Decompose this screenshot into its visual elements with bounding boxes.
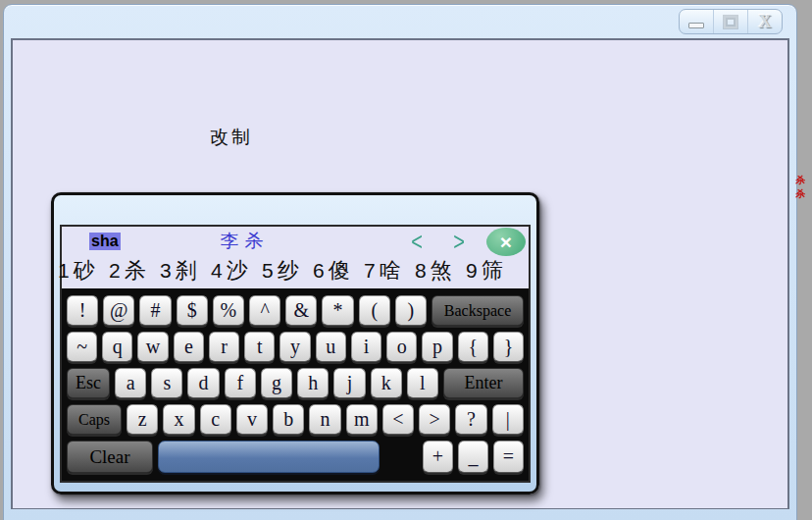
document-text: 改制 xyxy=(210,125,253,150)
candidate-4[interactable]: 4沙 xyxy=(211,256,262,286)
space-key[interactable] xyxy=(158,441,380,473)
maximize-button[interactable] xyxy=(714,10,748,33)
keyboard-row-1: ! @ # $ % ^ & * ( ) Backspace xyxy=(67,295,524,326)
key-tilde[interactable]: ~ xyxy=(67,332,97,362)
ime-popup: sha 李杀 < > × 1砂 2杀 3刹 4沙 5纱 6傻 7啥 8煞 xyxy=(51,192,539,494)
key-e[interactable]: e xyxy=(174,332,204,362)
key-n[interactable]: n xyxy=(309,404,340,435)
key-d[interactable]: d xyxy=(187,368,219,398)
candidate-panel: sha 李杀 < > × 1砂 2杀 3刹 4沙 5纱 6傻 7啥 8煞 xyxy=(62,227,529,288)
candidate-5[interactable]: 5纱 xyxy=(262,256,313,286)
key-z[interactable]: z xyxy=(127,404,158,435)
key-b[interactable]: b xyxy=(273,404,304,435)
key-v[interactable]: v xyxy=(236,404,268,435)
key-c[interactable]: c xyxy=(200,404,231,435)
candidate-3[interactable]: 3刹 xyxy=(160,256,211,286)
key-backspace[interactable]: Backspace xyxy=(431,295,524,326)
candidate-2[interactable]: 2杀 xyxy=(109,256,160,286)
key-plus[interactable]: + xyxy=(423,441,453,473)
key-l[interactable]: l xyxy=(407,368,438,398)
key-f[interactable]: f xyxy=(225,368,256,398)
ime-close-button[interactable]: × xyxy=(486,228,526,256)
key-w[interactable]: w xyxy=(137,332,168,362)
minimize-button[interactable] xyxy=(680,10,714,33)
virtual-keyboard: ! @ # $ % ^ & * ( ) Backspace ~ q w e xyxy=(62,288,529,481)
desktop: X 改制 杀杀 sha 李杀 < > × 1砂 xyxy=(0,0,812,520)
key-caret[interactable]: ^ xyxy=(249,295,280,326)
composition-bar: sha 李杀 < > × xyxy=(62,229,529,254)
candidate-8[interactable]: 8煞 xyxy=(415,256,466,286)
key-at[interactable]: @ xyxy=(103,295,134,326)
ime-panel: sha 李杀 < > × 1砂 2杀 3刹 4沙 5纱 6傻 7啥 8煞 xyxy=(60,225,531,483)
key-j[interactable]: j xyxy=(333,368,365,398)
maximize-icon xyxy=(724,16,737,28)
key-p[interactable]: p xyxy=(422,332,452,362)
key-g[interactable]: g xyxy=(261,368,292,398)
red-edge-artifact: 杀杀 xyxy=(795,174,808,205)
key-enter[interactable]: Enter xyxy=(443,368,524,398)
key-u[interactable]: u xyxy=(316,332,346,362)
close-icon: X xyxy=(759,12,772,32)
key-equals[interactable]: = xyxy=(493,441,524,473)
key-paren-left[interactable]: ( xyxy=(359,295,390,326)
key-i[interactable]: i xyxy=(351,332,381,362)
key-esc[interactable]: Esc xyxy=(67,368,110,398)
keyboard-row-5: Clear + _ = xyxy=(67,441,524,473)
key-underscore[interactable]: _ xyxy=(458,441,488,473)
candidate-9[interactable]: 9筛 xyxy=(466,256,517,286)
keyboard-row-4: Caps z x c v b n m < > ? | xyxy=(67,404,524,435)
key-t[interactable]: t xyxy=(244,332,275,362)
key-s[interactable]: s xyxy=(151,368,182,398)
key-greater-than[interactable]: > xyxy=(419,404,450,435)
key-q[interactable]: q xyxy=(102,332,132,362)
key-dollar[interactable]: $ xyxy=(177,295,208,326)
key-less-than[interactable]: < xyxy=(382,404,414,435)
key-exclamation[interactable]: ! xyxy=(67,295,98,326)
candidate-1[interactable]: 1砂 xyxy=(58,256,109,286)
prev-page-arrow[interactable]: < xyxy=(412,227,424,256)
key-ampersand[interactable]: & xyxy=(285,295,317,326)
next-page-arrow[interactable]: > xyxy=(453,227,465,256)
composition-input[interactable]: sha xyxy=(89,233,121,250)
candidate-7[interactable]: 7啥 xyxy=(364,256,415,286)
key-caps[interactable]: Caps xyxy=(67,404,122,435)
key-h[interactable]: h xyxy=(297,368,329,398)
key-percent[interactable]: % xyxy=(213,295,244,326)
key-asterisk[interactable]: * xyxy=(322,295,353,326)
key-r[interactable]: r xyxy=(209,332,239,362)
keyboard-row-2: ~ q w e r t y u i o p { } xyxy=(67,332,524,362)
key-a[interactable]: a xyxy=(115,368,146,398)
key-clear[interactable]: Clear xyxy=(67,441,153,473)
key-brace-left[interactable]: { xyxy=(458,332,488,362)
candidate-6[interactable]: 6傻 xyxy=(313,256,364,286)
ime-close-icon: × xyxy=(500,232,512,252)
key-brace-right[interactable]: } xyxy=(493,332,524,362)
candidate-preview[interactable]: 李杀 xyxy=(221,229,270,254)
key-m[interactable]: m xyxy=(346,404,378,435)
key-x[interactable]: x xyxy=(163,404,194,435)
key-y[interactable]: y xyxy=(279,332,310,362)
key-paren-right[interactable]: ) xyxy=(395,295,427,326)
key-hash[interactable]: # xyxy=(139,295,171,326)
candidate-row: 1砂 2杀 3刹 4沙 5纱 6傻 7啥 8煞 9筛 xyxy=(58,254,529,286)
minimize-icon xyxy=(688,23,704,28)
key-o[interactable]: o xyxy=(386,332,417,362)
window-controls: X xyxy=(679,9,783,34)
key-question[interactable]: ? xyxy=(455,404,486,435)
key-pipe[interactable]: | xyxy=(492,404,524,435)
key-k[interactable]: k xyxy=(371,368,402,398)
keyboard-row-3: Esc a s d f g h j k l Enter xyxy=(67,368,524,398)
close-button[interactable]: X xyxy=(748,10,782,33)
